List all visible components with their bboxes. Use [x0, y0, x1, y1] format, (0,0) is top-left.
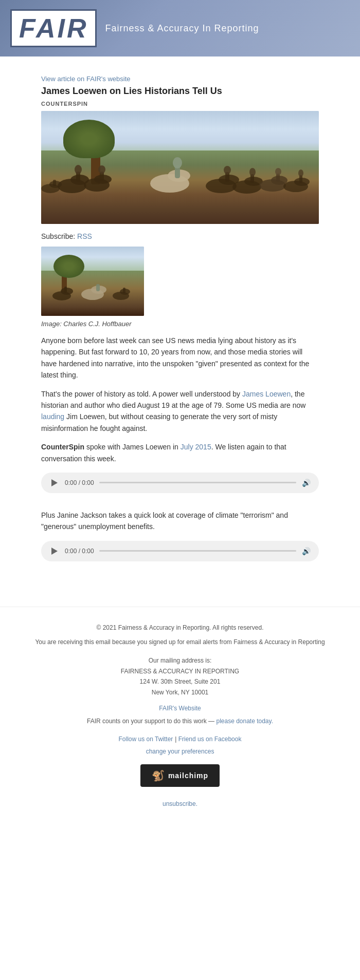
article-title: James Loewen on Lies Historians Tell Us: [41, 86, 319, 97]
svg-point-7: [98, 165, 105, 174]
time-display-1: 0:00 / 0:00: [65, 479, 94, 486]
play-button-1[interactable]: [49, 478, 60, 488]
para2-pre: That's the power of history as told. A p…: [41, 390, 242, 398]
mailchimp-container: 🐒 mailchimp: [31, 759, 329, 792]
painting-figures: [41, 135, 319, 201]
audio-player-1: 0:00 / 0:00 🔊: [41, 473, 319, 493]
svg-point-15: [224, 166, 231, 174]
donate-link[interactable]: please donate today.: [216, 718, 273, 725]
thumb-figures: [41, 268, 144, 304]
svg-rect-30: [53, 180, 56, 186]
body-paragraph-1: Anyone born before last week can see US …: [41, 335, 319, 381]
unsubscribe-text: unsubscribe.: [31, 800, 329, 807]
subscribe-label: Subscribe:: [41, 232, 77, 240]
volume-icon-2[interactable]: 🔊: [301, 546, 311, 556]
footer-copyright: © 2021 Fairness & Accuracy in Reporting.…: [31, 623, 329, 633]
para2-end: Jim Loewen, but without ceasing to gener…: [41, 412, 277, 432]
volume-icon-1[interactable]: 🔊: [301, 478, 311, 487]
body-paragraph-2: That's the power of history as told. A p…: [41, 388, 319, 435]
mailing-label: Our mailing address is:: [31, 655, 329, 666]
footer: © 2021 Fairness & Accuracy in Reporting.…: [0, 607, 360, 818]
para3-pre: spoke with James Loewen in: [84, 443, 181, 451]
fair-logo-box: FAIR: [10, 9, 97, 47]
thumbnail-image: [41, 247, 144, 316]
address-line2: New York, NY 10001: [31, 687, 329, 698]
svg-point-11: [173, 157, 182, 168]
main-content: View article on FAIR's website James Loe…: [0, 56, 360, 596]
svg-point-27: [298, 169, 303, 177]
donate-prefix: FAIR counts on your support to do this w…: [87, 718, 216, 725]
header-banner: FAIR Fairness & Accuracy In Reporting: [0, 0, 360, 56]
painting-scene: [41, 111, 319, 224]
fair-logo: FAIR: [19, 15, 88, 42]
org-name: FAIRNESS & ACCURACY IN REPORTING: [31, 666, 329, 676]
mailchimp-link[interactable]: 🐒 mailchimp: [140, 764, 220, 787]
play-button-2[interactable]: [49, 546, 60, 556]
preferences-link[interactable]: change your preferences: [146, 748, 214, 755]
main-article-image: [41, 111, 319, 224]
rss-link[interactable]: RSS: [77, 232, 92, 240]
time-display-2: 0:00 / 0:00: [65, 548, 94, 555]
progress-bar-2[interactable]: [99, 550, 296, 552]
fair-website-link[interactable]: FAIR's Website: [159, 705, 201, 712]
footer-donate: FAIR counts on your support to do this w…: [31, 716, 329, 726]
chimp-icon: 🐒: [152, 769, 165, 782]
body-paragraph-4: Plus Janine Jackson takes a quick look a…: [41, 510, 319, 533]
audio-player-2: 0:00 / 0:00 🔊: [41, 541, 319, 561]
mailchimp-label: mailchimp: [168, 771, 208, 780]
svg-rect-39: [123, 288, 125, 293]
header-subtitle: Fairness & Accuracy In Reporting: [105, 23, 259, 34]
unsubscribe-link[interactable]: unsubscribe.: [163, 800, 197, 807]
view-article-link[interactable]: View article on FAIR's website: [41, 75, 319, 83]
twitter-link[interactable]: Follow us on Twitter: [119, 736, 173, 743]
image-caption: Image: Charles C.J. Hoffbauer: [41, 320, 319, 328]
subscribe-line: Subscribe: RSS: [41, 232, 319, 240]
svg-point-23: [275, 168, 281, 175]
facebook-link[interactable]: Friend us on Facebook: [178, 736, 242, 743]
progress-bar-1[interactable]: [99, 482, 296, 483]
lauding-link[interactable]: lauding: [41, 412, 64, 421]
address-line1: 124 W. 30th Street, Suite 201: [31, 676, 329, 687]
footer-address: Our mailing address is: FAIRNESS & ACCUR…: [31, 655, 329, 698]
footer-email-notice: You are receiving this email because you…: [31, 637, 329, 647]
svg-point-3: [75, 165, 82, 174]
counterspin-bold: CounterSpin: [41, 443, 84, 451]
play-triangle-2: [51, 548, 58, 555]
social-links: Follow us on Twitter | Friend us on Face…: [31, 734, 329, 743]
copyright-text: © 2021 Fairness & Accuracy in Reporting.…: [97, 624, 264, 631]
svg-rect-36: [96, 284, 100, 291]
james-loewen-link[interactable]: James Loewen: [242, 390, 291, 398]
play-triangle-1: [51, 479, 58, 486]
july-2015-link[interactable]: July 2015: [181, 443, 211, 451]
section-label: COUNTERSPIN: [41, 101, 319, 107]
mailchimp-logo: 🐒 mailchimp: [152, 769, 208, 782]
body-paragraph-3: CounterSpin spoke with James Loewen in J…: [41, 441, 319, 464]
svg-rect-33: [64, 287, 67, 293]
svg-point-19: [249, 168, 256, 176]
